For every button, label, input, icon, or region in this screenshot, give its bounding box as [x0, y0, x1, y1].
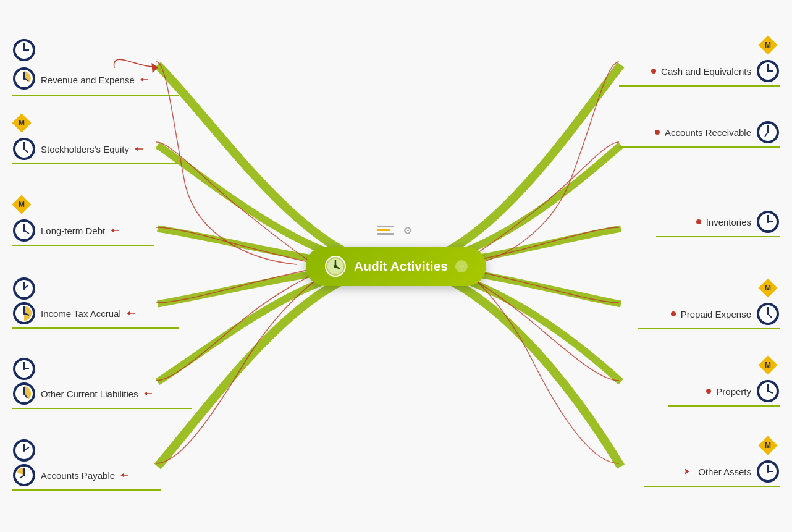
- toolbar-lines-icon: [377, 224, 397, 237]
- label-property: Property: [716, 386, 751, 397]
- svg-marker-56: [120, 473, 124, 477]
- node-cash: M Cash and Equivalents: [619, 38, 780, 87]
- node-incometax: Income Tax Accrual: [12, 277, 179, 329]
- svg-point-74: [767, 221, 769, 223]
- badge-m-stockholders: M: [19, 119, 25, 127]
- label-stockholders: Stockholders's Equity: [41, 144, 129, 154]
- node-inventories: Inventories: [656, 210, 780, 237]
- node-property: M Property: [668, 358, 780, 407]
- node-accountspayable: Accounts Payable: [12, 439, 161, 491]
- clock-icon-property: [756, 379, 780, 403]
- svg-point-100: [334, 264, 337, 268]
- svg-point-63: [655, 130, 660, 135]
- svg-point-33: [23, 312, 25, 315]
- label-cash: Cash and Equivalents: [661, 66, 751, 77]
- svg-rect-94: [377, 233, 394, 235]
- svg-point-50: [23, 449, 25, 452]
- label-othercurrent: Other Current Liabilities: [41, 389, 138, 399]
- label-otherassets: Other Assets: [698, 467, 751, 477]
- svg-point-69: [696, 219, 701, 224]
- svg-rect-92: [377, 226, 394, 227]
- arrow-longterm: [110, 224, 122, 237]
- svg-point-10: [23, 77, 25, 80]
- badge-m-cash: M: [765, 41, 771, 49]
- svg-point-86: [767, 390, 769, 392]
- clock-icon-accountspayable-top: [12, 439, 36, 462]
- svg-point-5: [23, 49, 25, 51]
- svg-marker-11: [140, 78, 143, 82]
- label-prepaid: Prepaid Expense: [681, 309, 751, 319]
- svg-point-39: [23, 368, 25, 370]
- arrow-inventories: [689, 216, 701, 228]
- clock-icon-incometax: [12, 302, 36, 325]
- arrow-incometax: [126, 307, 138, 319]
- arrow-revenue: [140, 74, 152, 86]
- svg-point-80: [767, 313, 769, 315]
- clock-icon-othercurrent-top: [12, 357, 36, 381]
- clock-icon-revenue: [12, 67, 36, 90]
- node-othercurrent: Other Current Liabilities: [12, 357, 192, 409]
- arrow-receivable: [647, 126, 660, 138]
- clock-icon-stockholders: [12, 137, 36, 161]
- svg-point-57: [651, 69, 656, 74]
- badge-m-property: M: [765, 361, 771, 369]
- label-revenue: Revenue and Expense: [41, 75, 135, 85]
- svg-point-81: [706, 389, 711, 394]
- arrow-prepaid: [664, 308, 676, 320]
- svg-marker-34: [127, 311, 130, 315]
- svg-point-75: [671, 311, 676, 316]
- arrow-otherassets: [681, 465, 693, 478]
- node-stockholders: M Stockholders's Equity: [12, 116, 179, 164]
- clock-icon-incometax-top: [12, 277, 36, 300]
- badge-m-longterm: M: [19, 200, 25, 209]
- node-prepaid: M Prepaid Expense: [638, 281, 780, 329]
- clock-icon-cash: [756, 59, 780, 83]
- arrow-accountspayable: [120, 469, 132, 481]
- svg-marker-45: [144, 392, 147, 395]
- label-receivable: Accounts Receivable: [665, 127, 751, 138]
- node-revenue: Revenue and Expense: [12, 38, 179, 96]
- clock-icon-revenue-top: [12, 38, 36, 62]
- label-longterm: Long-term Debt: [41, 226, 105, 236]
- svg-point-91: [767, 470, 769, 473]
- clock-icon-accountspayable: [12, 463, 36, 487]
- label-accountspayable: Accounts Payable: [41, 470, 115, 481]
- svg-point-16: [23, 148, 25, 150]
- svg-point-55: [23, 474, 25, 476]
- clock-icon-longterm: [12, 219, 36, 242]
- svg-point-44: [23, 392, 25, 395]
- label-incometax: Income Tax Accrual: [41, 308, 121, 319]
- collapse-button[interactable]: −: [455, 260, 468, 272]
- svg-point-62: [767, 70, 769, 72]
- toolbar-link-icon: [400, 224, 415, 237]
- arrow-cash: [644, 65, 656, 77]
- clock-icon-otherassets: [756, 460, 780, 483]
- arrow-property: [699, 385, 711, 397]
- arrow-stockholders: [134, 143, 146, 155]
- svg-point-22: [23, 229, 25, 232]
- clock-icon-inventories: [756, 210, 780, 234]
- center-node[interactable]: Audit Activities −: [306, 247, 486, 286]
- badge-m-prepaid: M: [765, 284, 771, 292]
- node-receivable: Accounts Receivable: [619, 120, 780, 148]
- node-otherassets: M Other Assets: [644, 439, 780, 487]
- clock-icon-center: [324, 255, 347, 277]
- svg-point-68: [767, 131, 769, 133]
- svg-marker-23: [111, 229, 114, 232]
- node-longterm: M Long-term Debt: [12, 198, 154, 246]
- svg-point-28: [23, 287, 25, 290]
- clock-icon-receivable: [756, 120, 780, 144]
- label-inventories: Inventories: [706, 217, 751, 227]
- center-label: Audit Activities: [354, 259, 448, 274]
- arrow-othercurrent: [143, 387, 156, 400]
- svg-rect-93: [377, 229, 390, 231]
- clock-icon-prepaid: [756, 302, 780, 326]
- svg-marker-17: [135, 147, 138, 151]
- badge-m-otherassets: M: [765, 441, 771, 450]
- clock-icon-othercurrent: [12, 382, 36, 405]
